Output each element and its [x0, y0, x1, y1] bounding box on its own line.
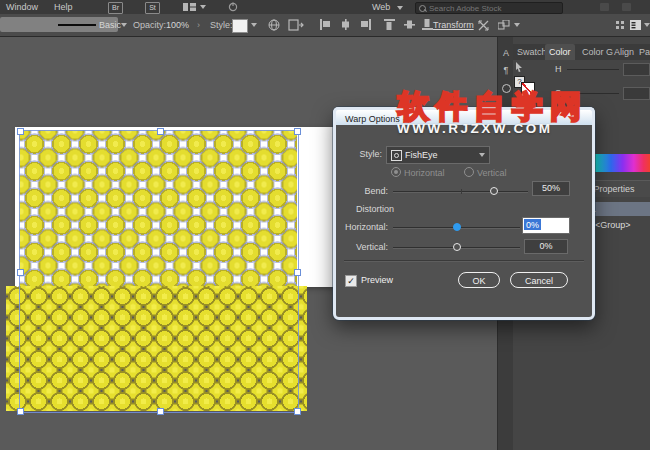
preview-checkbox[interactable]: ✓	[345, 275, 357, 287]
hue-label: H	[555, 64, 565, 74]
export-document-icon[interactable]	[288, 19, 304, 31]
search-scope-dropdown[interactable]: Web	[372, 0, 403, 14]
warp-style-value: FishEye	[405, 147, 438, 163]
grid-dots-icon[interactable]	[616, 21, 624, 29]
transform-link[interactable]: Transform	[433, 14, 474, 36]
bend-slider-thumb[interactable]	[490, 187, 498, 195]
dialog-title: Warp Options	[345, 114, 400, 124]
cancel-button[interactable]: Cancel	[510, 272, 568, 288]
bend-slider-center-tick	[461, 189, 462, 194]
bridge-button[interactable]: Br	[108, 2, 123, 14]
bend-slider-track[interactable]	[393, 191, 528, 193]
brush-definition-label[interactable]: Basic	[99, 14, 121, 36]
horizontal-value-selected-text: 0%	[524, 219, 541, 230]
menu-help[interactable]: Help	[54, 0, 73, 14]
distortion-vertical-label: Vertical:	[336, 242, 388, 252]
search-icon	[419, 5, 426, 12]
warped-pattern-artwork[interactable]	[19, 130, 297, 287]
radio-vertical-label: Vertical	[477, 168, 507, 178]
vertical-slider-track[interactable]	[393, 247, 520, 249]
eyedropper-cursor-icon	[515, 62, 524, 72]
fisheye-style-icon	[391, 150, 402, 161]
align-bottom-icon[interactable]	[422, 19, 433, 30]
adobe-stock-search[interactable]	[415, 2, 563, 14]
vertical-value-box[interactable]: 0%	[524, 239, 568, 254]
tab-color[interactable]: Color	[545, 44, 575, 60]
opacity-expand-arrow[interactable]: ›	[197, 14, 200, 36]
panel-tabs-bar: Swatch Color Color G Align Pathf	[513, 44, 650, 60]
search-scope-chevron-icon	[397, 6, 403, 10]
arrange-documents-chevron-icon[interactable]	[200, 5, 206, 9]
share-icon[interactable]	[228, 2, 238, 12]
warp-options-dialog: Warp Options Style: FishEye Horizontal V…	[333, 107, 595, 320]
properties-title: Properties	[593, 184, 634, 194]
watermark-url: WWW.RJZXW.COM	[397, 121, 552, 136]
workspace-panel-icon[interactable]	[630, 20, 641, 30]
hue-slider[interactable]	[567, 69, 619, 70]
align-horizontal-center-icon[interactable]	[340, 19, 351, 30]
illustrator-window: Window Help Br St Web Basic Opacity: 100…	[0, 0, 650, 450]
radio-horizontal-icon	[391, 167, 401, 177]
warp-style-label: Style:	[346, 149, 382, 159]
tab-pathfinder[interactable]: Pathf	[639, 44, 650, 60]
opacity-value[interactable]: 100%	[166, 14, 189, 36]
align-left-icon[interactable]	[320, 19, 331, 30]
align-right-icon[interactable]	[360, 19, 371, 30]
stock-button[interactable]: St	[145, 2, 160, 14]
paragraph-panel-icon[interactable]: ¶	[498, 65, 514, 75]
warp-style-chevron-icon	[479, 153, 485, 157]
bend-value-box[interactable]: 50%	[532, 181, 570, 196]
dialog-divider	[344, 260, 584, 262]
bend-label: Bend:	[346, 186, 388, 196]
vertical-slider-thumb[interactable]	[453, 243, 461, 251]
align-vertical-center-icon[interactable]	[404, 19, 415, 30]
horizontal-slider-thumb[interactable]	[453, 223, 461, 231]
group-name: <Group>	[595, 218, 631, 233]
align-top-icon[interactable]	[384, 19, 395, 30]
radio-vertical: Vertical	[464, 167, 507, 179]
distortion-section-label: Distortion	[356, 204, 394, 214]
stroke-preview	[58, 24, 96, 26]
more-tools-chevron-icon[interactable]	[514, 23, 520, 27]
preview-label: Preview	[361, 275, 393, 286]
brush-chevron-icon[interactable]	[121, 23, 127, 27]
saturation-value-box[interactable]	[623, 87, 650, 100]
radio-vertical-icon	[464, 167, 474, 177]
minimize-panel-icon[interactable]	[622, 3, 631, 11]
menu-window[interactable]: Window	[6, 0, 38, 14]
gpu-performance-icon[interactable]	[600, 3, 609, 11]
shape-builder-icon[interactable]	[498, 20, 510, 31]
control-bar: Basic Opacity: 100% › Style:	[0, 14, 650, 37]
distortion-horizontal-label: Horizontal:	[336, 222, 388, 232]
horizontal-value-field[interactable]: 0%	[522, 217, 570, 234]
radio-horizontal-label: Horizontal	[404, 168, 445, 178]
dense-pattern-artwork[interactable]	[6, 286, 307, 411]
graphic-style-swatch[interactable]	[232, 19, 248, 33]
free-transform-icon[interactable]	[478, 20, 489, 31]
search-scope-label: Web	[372, 2, 390, 12]
tab-align[interactable]: Align	[614, 44, 634, 60]
tab-swatches[interactable]: Swatch	[517, 44, 547, 60]
hue-value-box[interactable]	[623, 63, 650, 76]
style-label: Style:	[210, 14, 233, 36]
document-setup-icon[interactable]	[268, 19, 280, 31]
arrange-documents-icon[interactable]	[183, 3, 196, 11]
style-chevron-icon[interactable]	[251, 23, 257, 27]
radio-horizontal: Horizontal	[391, 167, 445, 179]
opacity-label: Opacity:	[133, 14, 166, 36]
horizontal-slider-track[interactable]	[393, 227, 520, 229]
search-input[interactable]	[429, 3, 557, 13]
menu-bar: Window Help Br St Web	[0, 0, 650, 14]
warp-style-dropdown[interactable]: FishEye	[386, 146, 490, 164]
character-panel-icon[interactable]: A	[498, 48, 514, 58]
tab-color-guide[interactable]: Color G	[582, 44, 613, 60]
ok-button[interactable]: OK	[458, 272, 500, 288]
workspace-chevron-icon[interactable]	[644, 23, 650, 27]
